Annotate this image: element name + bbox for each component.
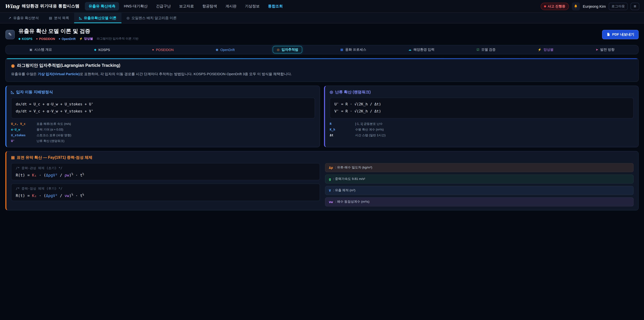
section-tab[interactable]: ☁해양환경 입력 [404, 46, 438, 53]
desc-highlight: 가상 입자(Virtual Particle) [38, 72, 80, 76]
nav-item[interactable]: 통합조회 [264, 2, 286, 11]
boom-icon: ◎ [126, 16, 130, 20]
section-tab[interactable]: ◆KOSPS [90, 47, 114, 53]
parameter-desc: : 유류-해수 밀도차 (kg/m³) [335, 165, 372, 170]
model-badge: ◆KOSPS [18, 37, 32, 41]
page-icon-tile: ✎ [5, 30, 15, 39]
legend-desc: 시간 스텝 (일반 1시간) [355, 133, 386, 137]
formula-segment: ½ [82, 172, 84, 175]
legend-term: R [330, 122, 355, 125]
section-tab[interactable]: ➤발전 방향 [592, 46, 619, 53]
section-tab[interactable]: ▦풍화 프로세스 [336, 46, 370, 53]
formula-segment: ΔρgV² [46, 193, 58, 198]
formula-segment: K₁ [32, 173, 37, 177]
app-title: 해양환경 위기대응 통합시스템 [22, 3, 80, 9]
section-tab[interactable]: ●POSEIDON [148, 47, 178, 53]
list-icon: ▤ [49, 16, 52, 20]
formula: R(t) = K₂ · (ΔρgV² / νw)⅙ · t¼ [16, 193, 315, 198]
parameter-row: V: 유출 체적 (m³) [325, 186, 634, 195]
notifications-button[interactable] [572, 2, 580, 10]
check-icon: ☑ [477, 48, 479, 51]
formula-block: /* 중력-점성 체제 (후기) */R(t) = K₂ · (ΔρgV² / … [11, 184, 320, 201]
formula-segment: R(t) = [16, 193, 32, 198]
governing-card-title: ◺ 입자 이동 지배방정식 [11, 90, 315, 95]
section-tab-label: 해양환경 입력 [414, 47, 434, 52]
book-icon: ▤ [11, 155, 15, 160]
section-tab-label: 풍화 프로세스 [345, 47, 366, 52]
fay-content-grid: /* 중력-관성 체제 (초기) */R(t) = K₁ · (ΔρgV² / … [11, 163, 634, 206]
section-tab-label: 입자추적법 [282, 47, 298, 52]
section-tab[interactable]: ◉OpenDrift [212, 47, 239, 53]
formula-segment: · t [73, 193, 82, 198]
menu-button[interactable]: ≡ [630, 3, 639, 10]
tab-item[interactable]: ◺유출유확산모델 이론 [74, 13, 122, 23]
formula-segment: · ( [37, 173, 46, 177]
nav-item[interactable]: 기상정보 [241, 2, 263, 11]
rocket-icon: ➤ [596, 48, 598, 51]
section-tab-label: POSEIDON [156, 48, 174, 52]
dot-icon: ● [152, 48, 154, 51]
section-tab[interactable]: ⚡앙상블 [534, 46, 558, 53]
turbulence-legend: R[-1, 1] 균등분포 난수K_h수평 확산 계수 (m²/s)Δt시간 스… [330, 122, 634, 137]
governing-title-text: 입자 이동 지배방정식 [16, 90, 53, 95]
tab-item[interactable]: ▤분석 목록 [44, 13, 74, 23]
section-tab-label: 발전 방향 [600, 47, 615, 52]
ruler-pen-icon: ✎ [8, 32, 12, 37]
logout-button[interactable]: 로그아웃 [609, 3, 628, 10]
section-tab-label: 앙상블 [544, 47, 554, 52]
section-tab-strip: ▣시스템 개요◆KOSPS●POSEIDON◉OpenDrift◎입자추적법▦풍… [5, 45, 639, 54]
pdf-export-button[interactable]: PDF 내보내기 [602, 30, 639, 39]
nav-item[interactable]: 긴급구난 [152, 2, 174, 11]
section-tab[interactable]: ☑모델 검증 [472, 46, 500, 53]
model-badge: ●POSEIDON [36, 37, 55, 41]
section-tab-label: 모델 검증 [481, 47, 496, 52]
tab-label: 유출유 확산분석 [13, 16, 39, 20]
legend-desc: 표층 해류/조류 속도 (m/s) [36, 122, 71, 126]
formula-segment: ⅙ [72, 193, 73, 196]
formula-segment: ΔρgV² [46, 173, 58, 177]
nav-item[interactable]: 유출유 확산예측 [85, 2, 119, 11]
nav-item[interactable]: 보고자료 [176, 2, 198, 11]
monitor-icon: ▣ [30, 48, 32, 51]
badge-row: ◆KOSPS●POSEIDON●OpenDrift⚡앙상블 라그랑지안 입자추적… [18, 37, 598, 41]
ruler-icon: ◺ [79, 16, 82, 20]
legend-row: U'난류 확산 (랜덤워크) [11, 139, 315, 143]
formula-segment: ) [69, 193, 72, 198]
formula-segment: ) [69, 173, 72, 177]
page-root: Wing 해양환경 위기대응 통합시스템 유출유 확산예측HNS·대기확산긴급구… [0, 0, 644, 320]
top-right-cluster: 사고 진행중 Eunjeong Kim 로그아웃 ≡ [540, 2, 639, 10]
nav-item[interactable]: 게시판 [222, 2, 240, 11]
section-tab[interactable]: ◎입자추적법 [273, 46, 302, 53]
nav-item[interactable]: HNS·대기확산 [120, 2, 151, 11]
code-line: dy/dt = V_c + α·V_w + V_stokes + V' [16, 108, 310, 115]
desc-post: 로 표현하여, 각 입자의 이동 경로를 시간 단계마다 추적하는 방법입니다.… [80, 72, 292, 76]
legend-term: U' [11, 139, 36, 142]
legend-term: Δt [330, 133, 355, 137]
fay-card-title: ▤ 표면 유막 확산 — Fay(1971) 중력-점성 체제 [11, 155, 634, 160]
section-tab[interactable]: ▣시스템 개요 [26, 46, 56, 53]
formula-segment: νw [64, 193, 69, 198]
legend-row: Δt시간 스텝 (일반 1시간) [330, 133, 634, 137]
badge-label: 앙상블 [84, 37, 93, 41]
panel-body: ◉ 라그랑지안 입자추적법(Lagrangian Particle Tracki… [6, 59, 638, 82]
bell-icon [574, 4, 578, 9]
tab-item[interactable]: ◎오일펜스 배치 알고리즘 이론 [122, 13, 182, 23]
dot-icon: ● [59, 37, 60, 40]
legend-row: U_c, V_c표층 해류/조류 속도 (m/s) [11, 122, 315, 126]
formula-segment: ¼ [82, 193, 84, 196]
tab-label: 오일펜스 배치 알고리즘 이론 [132, 16, 177, 20]
particle-icon: ◉ [11, 63, 15, 68]
formula-segment: R(t) = [16, 173, 32, 177]
tab-item[interactable]: ↗유출유 확산분석 [3, 13, 44, 23]
ruler-icon: ◺ [11, 90, 14, 95]
parameter-term: Δρ [329, 166, 333, 169]
parameter-row: νw: 해수 동점성계수 (m²/s) [325, 197, 634, 206]
incident-status-badge[interactable]: 사고 진행중 [540, 3, 569, 10]
user-name: Eunjeong Kim [583, 4, 606, 8]
page-titles: 유출유 확산 모델 이론 및 검증 ◆KOSPS●POSEIDON●OpenDr… [18, 28, 598, 41]
nav-item[interactable]: 항공탐색 [198, 2, 221, 11]
code-line: V' = R · √(2K_h / Δt) [334, 108, 629, 115]
lagrangian-title: ◉ 라그랑지안 입자추적법(Lagrangian Particle Tracki… [11, 63, 633, 69]
legend-row: R[-1, 1] 균등분포 난수 [330, 122, 634, 126]
turbulence-card-title: ◎ 난류 확산 (랜덤워크) [330, 90, 634, 95]
